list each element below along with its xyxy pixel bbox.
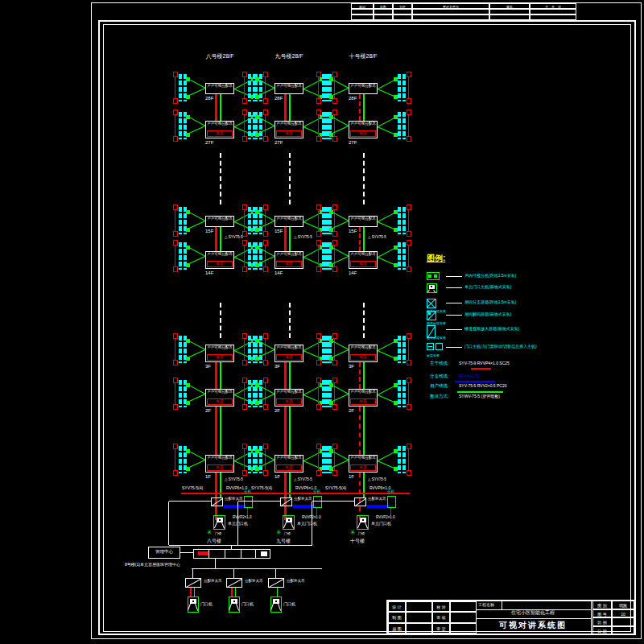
power-bar-label: 电源 — [276, 400, 302, 404]
video-bus-bar — [367, 505, 390, 508]
group-separator — [363, 153, 365, 204]
indoor-unit-cluster-wiring — [407, 98, 411, 104]
indoor-unit-cluster-unit-bar — [248, 242, 251, 270]
decoder-box-icon — [428, 312, 431, 315]
riser-video — [359, 94, 361, 121]
legend-param-label: 用户线缆: — [430, 384, 449, 389]
indoor-unit-cluster-wiring — [316, 360, 321, 365]
floor-distributor-label: 户户可视分配器 — [205, 390, 234, 394]
indoor-unit-cluster-wiring — [263, 444, 268, 449]
riser-signal — [289, 362, 291, 389]
indoor-unit-cluster-wire — [175, 339, 175, 360]
floor-label: 2F — [205, 408, 211, 413]
indoor-unit-cluster-wiring — [407, 240, 411, 246]
legend-leader — [446, 347, 462, 348]
floor-distributor-label: 户户可视分配器 — [349, 217, 378, 221]
lock-label: 门锁 — [358, 532, 365, 535]
indoor-unit-cluster-unit-bar — [398, 74, 401, 101]
power-bar-label: 电源 — [350, 466, 376, 470]
indoor-unit-cluster-wiring — [316, 470, 321, 476]
entrance-host-icon — [428, 346, 432, 347]
indoor-unit-cluster-wiring — [316, 231, 321, 237]
indoor-unit-cluster-wiring — [263, 470, 268, 476]
indoor-unit-cluster-wire — [244, 210, 245, 231]
indoor-unit-cluster-wiring — [242, 360, 247, 365]
riser-signal — [220, 227, 221, 251]
branch-splitter-label: 分配放大器 — [204, 580, 222, 584]
indoor-unit-cluster-unit-bar — [248, 207, 251, 234]
revision-header-cell: 分区 — [393, 3, 412, 9]
titleblock-cell — [612, 626, 634, 635]
center-link — [180, 552, 193, 553]
titleblock-cell: 图 号 — [592, 609, 612, 618]
indoor-unit-cluster-wiring — [332, 136, 337, 142]
indoor-unit-cluster-wiring — [407, 404, 411, 410]
revision-cell — [393, 14, 412, 20]
psu-label: 分机 — [313, 490, 320, 494]
indoor-unit-cluster-unit-bar — [402, 446, 406, 473]
indoor-unit-cluster-unit-bar — [402, 336, 406, 363]
indoor-unit-cluster-unit-bar — [322, 446, 325, 473]
legend-item-label: 单元门口主机(嵌墙式安装) — [464, 285, 511, 289]
indoor-unit-cluster-unit-bar — [322, 207, 325, 234]
trunk-cable-label: SYV75-5(4) — [251, 486, 272, 490]
indoor-unit-cluster-wire — [265, 115, 266, 136]
floor-distributor-label: 户户可视分配器 — [205, 85, 234, 89]
door-station-label: 单元门口机 — [297, 522, 317, 526]
indoor-unit-cluster-wiring — [407, 204, 411, 210]
indoor-unit-cluster-wiring — [263, 333, 268, 339]
tie-line — [237, 502, 238, 545]
branch-device-label: 门口机 — [242, 602, 254, 606]
indoor-unit-cluster-unit-bar — [179, 446, 182, 473]
riser-signal — [289, 227, 291, 251]
indoor-unit-cluster-wiring — [263, 378, 268, 383]
indoor-unit-cluster-wiring — [173, 204, 178, 210]
tie-line — [168, 502, 169, 545]
revision-header-cell: 更改文件号 — [412, 3, 489, 9]
indoor-unit-cluster-wiring — [173, 98, 178, 104]
indoor-unit-cluster-wiring — [173, 109, 178, 115]
indoor-unit-cluster-wiring — [316, 98, 321, 104]
titleblock-cell: 制 图 — [388, 612, 406, 622]
titleblock-cell — [450, 612, 477, 622]
riser-video — [284, 362, 287, 389]
floor-label: 3F — [275, 364, 280, 369]
indoor-unit-cluster-unit-bar — [248, 112, 251, 139]
floor-distributor-label: 户户可视分配器 — [275, 217, 303, 221]
floor-label: 15F — [205, 229, 213, 233]
indoor-unit-cluster-wire — [408, 210, 409, 231]
indoor-unit-cluster-wiring — [332, 240, 337, 246]
gate-building-label: 九号楼 — [276, 539, 291, 543]
indoor-unit-cluster-wiring — [242, 333, 247, 339]
indoor-unit-cluster-wiring — [242, 204, 247, 210]
indoor-unit-cluster-wiring — [316, 240, 321, 246]
power-bar-label: 电源 — [207, 466, 233, 470]
titleblock-divider — [591, 600, 592, 635]
floor-label: 1F — [275, 474, 280, 479]
revision-header-cell: 签名 — [489, 3, 530, 9]
floor-distributor-label: 户户可视分配器 — [349, 346, 378, 350]
management-center-note: 8号楼(1)单元首层值班管理中心 — [125, 563, 180, 567]
tie-line — [312, 501, 354, 502]
cable-sample-red — [471, 368, 491, 369]
floor-label: 3F — [205, 364, 211, 369]
revision-cell — [530, 9, 576, 14]
indoor-unit-cluster-wiring — [332, 378, 337, 383]
lock-label: 门锁 — [215, 532, 221, 535]
indoor-unit-cluster-wiring — [263, 360, 268, 365]
indoor-unit-cluster-wiring — [173, 378, 178, 383]
indoor-unit-cluster-wiring — [316, 404, 321, 410]
indoor-unit-cluster-unit-bar — [259, 380, 262, 407]
legend-leader — [446, 287, 462, 288]
riser-video — [359, 362, 361, 389]
legend-param-value: SYV-75-9 RVVP4×1.0 SC25 — [459, 361, 510, 365]
indoor-unit-cluster-unit-bar — [179, 380, 182, 407]
indoor-unit-cluster-wiring — [332, 98, 337, 104]
indoor-unit-cluster-wiring — [407, 360, 411, 365]
branch-splitter-label: 分配放大器 — [245, 580, 263, 584]
indoor-unit-cluster-unit-bar — [179, 112, 182, 139]
indoor-unit-cluster-wire — [318, 115, 319, 136]
indoor-unit-cluster-wiring — [173, 72, 178, 77]
floor-distributor-label: 户户可视分配器 — [349, 456, 378, 460]
floor-label: 27F — [205, 140, 213, 145]
